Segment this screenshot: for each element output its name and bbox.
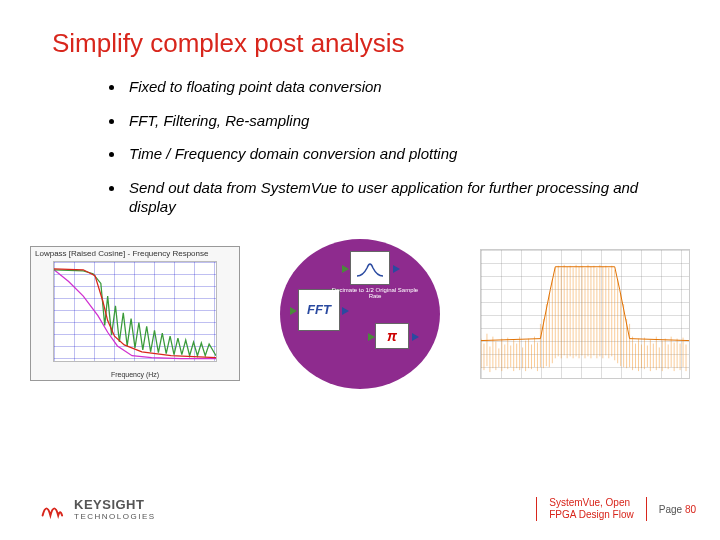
slide-title: Simplify complex post analysis [0, 0, 720, 59]
footer-flow-line2: FPGA Design Flow [549, 509, 633, 521]
filter-block [350, 251, 390, 285]
slide-footer: KEYSIGHT TECHNOLOGIES SystemVue, Open FP… [0, 496, 720, 522]
footer-divider [536, 497, 537, 521]
page-number: 80 [685, 504, 696, 515]
block-diagram: FFT π Decimate to 1/2 Original Sample Ra… [265, 239, 455, 389]
logo-name: KEYSIGHT [74, 497, 156, 512]
bullet-item: Fixed to floating point data conversion [125, 77, 640, 97]
keysight-logo: KEYSIGHT TECHNOLOGIES [40, 496, 156, 522]
page-label: Page [659, 504, 682, 515]
diagram-caption: Decimate to 1/2 Original Sample Rate [330, 287, 420, 299]
spectrum-chart [480, 249, 690, 379]
bullet-item: Time / Frequency domain conversion and p… [125, 144, 640, 164]
bullet-list: Fixed to floating point data conversion … [0, 59, 640, 217]
bullet-item: FFT, Filtering, Re-sampling [125, 111, 640, 131]
keysight-wave-icon [40, 496, 66, 522]
figure-row: Lowpass [Raised Cosine] - Frequency Resp… [0, 231, 720, 389]
gaussian-icon [355, 258, 385, 278]
plot-lines-icon [54, 262, 216, 360]
pi-block: π [375, 323, 409, 349]
spectrum-icon [481, 250, 689, 378]
footer-divider [646, 497, 647, 521]
bullet-item: Send out data from SystemVue to user app… [125, 178, 640, 217]
frequency-response-chart: Lowpass [Raised Cosine] - Frequency Resp… [30, 246, 240, 381]
logo-subtitle: TECHNOLOGIES [74, 512, 156, 521]
footer-flow-line1: SystemVue, Open [549, 497, 633, 509]
chart-title: Lowpass [Raised Cosine] - Frequency Resp… [31, 247, 239, 260]
x-axis-label: Frequency (Hz) [31, 371, 239, 378]
